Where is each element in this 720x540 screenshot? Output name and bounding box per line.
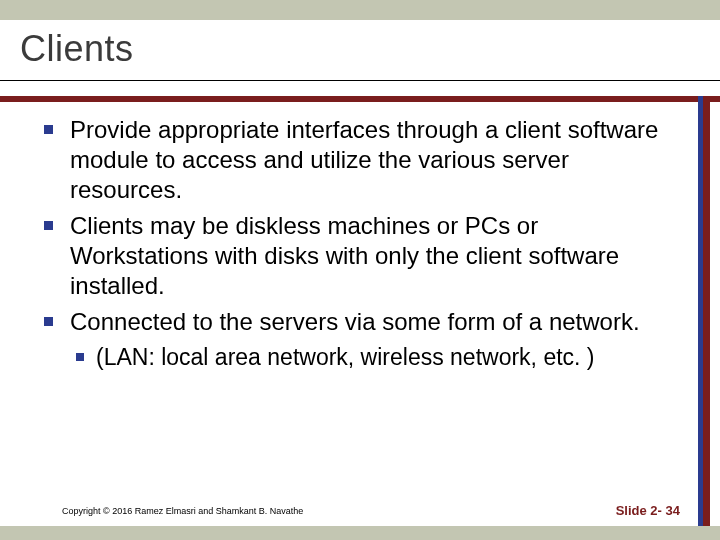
bullet-item: Connected to the servers via some form o… — [40, 307, 680, 373]
bullet-text: Provide appropriate interfaces through a… — [70, 116, 658, 203]
bullet-item: Clients may be diskless machines or PCs … — [40, 211, 680, 301]
footer-band — [0, 526, 720, 540]
sub-bullet-item: (LAN: local area network, wireless netwo… — [70, 343, 680, 373]
top-band — [0, 0, 720, 20]
content-area: Provide appropriate interfaces through a… — [40, 115, 680, 379]
bullet-text: Connected to the servers via some form o… — [70, 308, 640, 335]
title-rule — [0, 80, 720, 81]
slide: Clients Provide appropriate interfaces t… — [0, 0, 720, 540]
bullet-text: Clients may be diskless machines or PCs … — [70, 212, 619, 299]
bullet-list: Provide appropriate interfaces through a… — [40, 115, 680, 373]
sub-bullet-text: (LAN: local area network, wireless netwo… — [96, 344, 595, 370]
sub-bullet-list: (LAN: local area network, wireless netwo… — [70, 343, 680, 373]
vertical-bar-red — [703, 96, 710, 526]
slide-title: Clients — [20, 28, 134, 70]
slide-number: Slide 2- 34 — [616, 503, 680, 518]
bullet-item: Provide appropriate interfaces through a… — [40, 115, 680, 205]
copyright-text: Copyright © 2016 Ramez Elmasri and Shamk… — [62, 506, 303, 516]
accent-bar — [0, 96, 720, 102]
